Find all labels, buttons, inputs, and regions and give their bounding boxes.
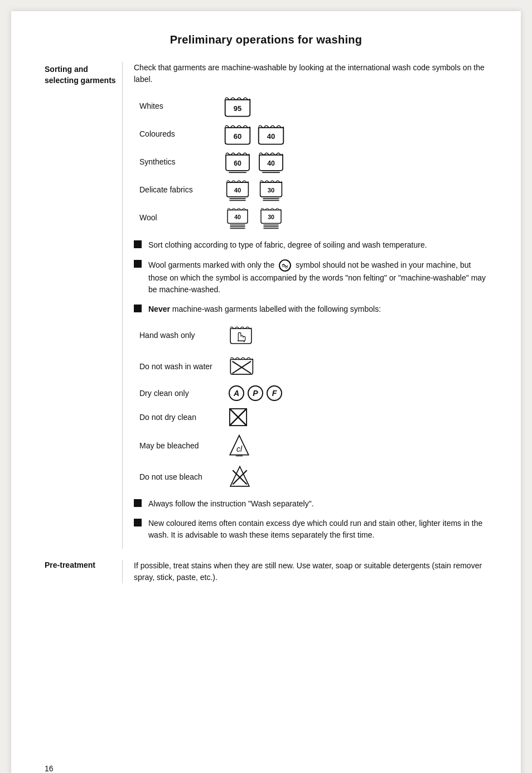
wash-symbol-95: 95 bbox=[223, 94, 252, 118]
page: Preliminary operations for washing Sorti… bbox=[11, 11, 521, 773]
bullet-never: Never machine-wash garments labelled wit… bbox=[134, 303, 487, 315]
bullet-icon-sort bbox=[134, 240, 142, 248]
wash-symbols-delicate: 40 30 bbox=[223, 178, 286, 201]
bullet-text-wool: Wool garments marked with only the symbo… bbox=[148, 259, 487, 296]
wash-symbol-30a: 30 bbox=[257, 178, 286, 201]
garment-row-synthetics: Synthetics 60 40 bbox=[139, 150, 487, 173]
main-content: Sorting and selecting garments Check tha… bbox=[45, 62, 487, 549]
symbol-label-dry-clean: Dry clean only bbox=[139, 389, 229, 398]
page-title: Preliminary operations for washing bbox=[45, 33, 487, 46]
wash-symbol-40d: 40 bbox=[223, 206, 252, 229]
garments-table: Whites 95 Coloureds bbox=[139, 94, 487, 229]
bullet-text-sort: Sort clothing according to type of fabri… bbox=[148, 239, 487, 251]
sorting-label: Sorting and selecting garments bbox=[45, 64, 117, 86]
svg-text:60: 60 bbox=[234, 160, 241, 167]
svg-text:30: 30 bbox=[268, 214, 274, 220]
garment-row-delicate: Delicate fabrics 40 30 bbox=[139, 178, 487, 201]
bullet-text-never: Never machine-wash garments labelled wit… bbox=[148, 303, 487, 315]
symbol-row-no-wash: Do not wash in water bbox=[139, 354, 487, 379]
symbol-label-no-bleach: Do not use bleach bbox=[139, 472, 229, 481]
symbols-table: Hand wash only Do not wash in water bbox=[139, 323, 487, 489]
svg-text:30: 30 bbox=[268, 187, 275, 194]
bullet-coloured-items: New coloured items often contain excess … bbox=[134, 518, 487, 541]
dry-clean-a: A bbox=[229, 385, 244, 401]
garment-row-wool: Wool 40 30 bbox=[139, 206, 487, 229]
garment-label-delicate: Delicate fabrics bbox=[139, 185, 223, 194]
no-dry-clean-symbol bbox=[229, 408, 248, 427]
svg-text:40: 40 bbox=[234, 187, 241, 194]
handwash-symbol bbox=[229, 323, 253, 347]
wash-symbol-30b: 30 bbox=[257, 206, 286, 229]
wash-symbols-whites: 95 bbox=[223, 94, 252, 118]
wool-icon bbox=[278, 259, 292, 272]
intro-text: Check that garments are machine-washable… bbox=[134, 62, 487, 85]
wash-symbol-40c: 40 bbox=[223, 178, 252, 201]
symbol-row-bleach-ok: May be bleached cl bbox=[139, 433, 487, 458]
svg-text:60: 60 bbox=[234, 132, 241, 141]
garment-row-coloureds: Coloureds 60 40 bbox=[139, 122, 487, 146]
symbol-row-no-bleach: Do not use bleach bbox=[139, 465, 487, 489]
dry-clean-p: P bbox=[248, 385, 263, 401]
symbol-icon-no-dry-clean bbox=[229, 408, 248, 427]
symbol-icon-no-bleach bbox=[229, 465, 251, 489]
wash-symbol-40a: 40 bbox=[257, 122, 286, 146]
no-wash-symbol bbox=[229, 354, 257, 379]
svg-text:40: 40 bbox=[267, 160, 275, 167]
bullet-icon-wash-separately bbox=[134, 499, 142, 507]
symbol-label-no-wash: Do not wash in water bbox=[139, 362, 229, 371]
symbol-icon-no-wash bbox=[229, 354, 257, 379]
symbol-icon-handwash bbox=[229, 323, 253, 347]
svg-text:95: 95 bbox=[234, 104, 241, 113]
dry-clean-f: F bbox=[267, 385, 282, 401]
wash-symbols-coloureds: 60 40 bbox=[223, 122, 286, 146]
bleach-ok-symbol: cl bbox=[229, 433, 250, 458]
bullet-icon-wool bbox=[134, 260, 142, 268]
no-bleach-symbol bbox=[229, 465, 251, 489]
bullet-icon-never bbox=[134, 305, 142, 312]
bullet-wash-separately: Always follow the instruction "Wash sepa… bbox=[134, 498, 487, 510]
left-sidebar: Sorting and selecting garments bbox=[45, 62, 123, 549]
svg-text:40: 40 bbox=[267, 132, 275, 141]
garment-row-whites: Whites 95 bbox=[139, 94, 487, 118]
symbol-label-bleach-ok: May be bleached bbox=[139, 441, 229, 450]
pretreatment-text: If possible, treat stains when they are … bbox=[123, 560, 487, 583]
symbol-icon-bleach-ok: cl bbox=[229, 433, 250, 458]
wash-symbol-60a: 60 bbox=[223, 122, 252, 146]
pretreatment-section: Pre-treatment If possible, treat stains … bbox=[45, 560, 487, 583]
bullet-icon-coloured-items bbox=[134, 519, 142, 526]
garment-label-synthetics: Synthetics bbox=[139, 157, 223, 166]
bullet-sort: Sort clothing according to type of fabri… bbox=[134, 239, 487, 251]
page-number: 16 bbox=[45, 764, 54, 773]
svg-text:cl: cl bbox=[236, 445, 243, 453]
symbol-label-handwash: Hand wash only bbox=[139, 331, 229, 340]
bullet-text-wash-separately: Always follow the instruction "Wash sepa… bbox=[148, 498, 487, 510]
bullet-text-coloured-items: New coloured items often contain excess … bbox=[148, 518, 487, 541]
symbol-icon-dry-clean: A P F bbox=[229, 385, 282, 401]
wash-symbols-synthetics: 60 40 bbox=[223, 150, 286, 173]
wash-symbol-40b: 40 bbox=[257, 150, 286, 173]
svg-text:40: 40 bbox=[234, 214, 241, 220]
wash-symbols-wool: 40 30 bbox=[223, 206, 286, 229]
pretreatment-left: Pre-treatment bbox=[45, 560, 123, 583]
symbol-label-no-dry-clean: Do not dry clean bbox=[139, 413, 229, 422]
garment-label-whites: Whites bbox=[139, 102, 223, 110]
bullet-wool: Wool garments marked with only the symbo… bbox=[134, 259, 487, 296]
symbol-row-handwash: Hand wash only bbox=[139, 323, 487, 347]
symbol-row-dry-clean: Dry clean only A P F bbox=[139, 385, 487, 401]
garment-label-coloureds: Coloureds bbox=[139, 129, 223, 138]
symbol-row-no-dry-clean: Do not dry clean bbox=[139, 408, 487, 427]
garment-label-wool: Wool bbox=[139, 213, 223, 222]
wash-symbol-60b: 60 bbox=[223, 150, 252, 173]
pretreatment-label: Pre-treatment bbox=[45, 561, 95, 569]
right-content: Check that garments are machine-washable… bbox=[123, 62, 487, 549]
